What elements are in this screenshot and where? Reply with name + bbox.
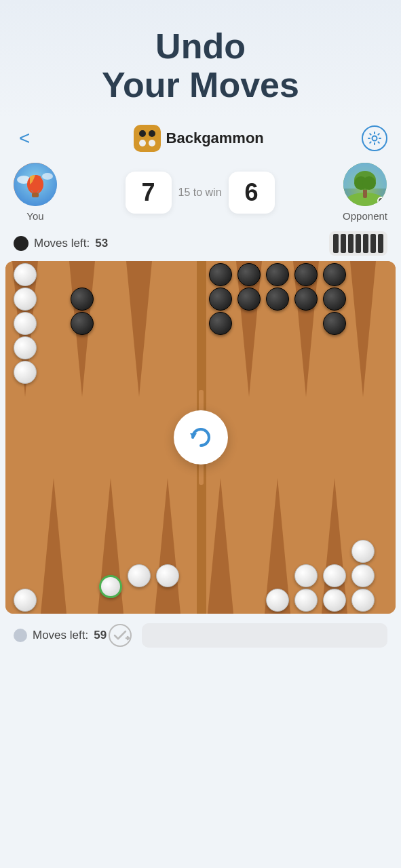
checker-white-4[interactable]: [14, 336, 37, 359]
checker-white-14[interactable]: [128, 564, 151, 587]
die-bar-2: [341, 234, 346, 253]
svg-marker-46: [190, 433, 197, 439]
checker-white-10[interactable]: [294, 564, 318, 587]
svg-point-8: [42, 173, 53, 180]
svg-point-4: [149, 140, 155, 146]
confirm-button[interactable]: [107, 622, 134, 649]
undo-button[interactable]: [174, 410, 228, 465]
grey-piece-indicator: [14, 629, 27, 642]
opponent-score: 6: [229, 172, 275, 214]
svg-point-19: [362, 176, 376, 190]
checker-black-9[interactable]: [294, 288, 318, 311]
to-win-text: 15 to win: [178, 186, 222, 199]
svg-marker-24: [126, 261, 152, 397]
checker-white-2[interactable]: [14, 288, 37, 311]
checker-black-7[interactable]: [266, 288, 289, 311]
checker-black-13[interactable]: [71, 288, 94, 311]
svg-point-3: [139, 140, 146, 146]
die-bar-3: [348, 234, 354, 253]
checker-white-9[interactable]: [351, 589, 375, 612]
die-bar-6: [370, 234, 376, 253]
svg-point-2: [149, 130, 155, 137]
svg-marker-40: [208, 478, 233, 614]
die-bar-7: [378, 234, 383, 253]
checker-white-11[interactable]: [323, 564, 346, 587]
top-moves-section: Moves left: 53: [14, 236, 108, 251]
checker-black-11[interactable]: [323, 288, 346, 311]
checker-white-13[interactable]: [351, 540, 375, 563]
header-section: Undo Your Moves: [0, 0, 401, 118]
page-title: Undo Your Moves: [14, 27, 387, 104]
black-piece-indicator: [14, 236, 28, 251]
checker-white-15[interactable]: [156, 564, 179, 587]
svg-marker-39: [350, 261, 376, 397]
nav-center: Backgammon: [134, 125, 264, 152]
top-moves-row: Moves left: 53: [0, 224, 401, 261]
checker-white-7[interactable]: [294, 589, 318, 612]
back-button[interactable]: <: [14, 125, 35, 152]
checker-white-1[interactable]: [14, 263, 37, 286]
dice-area: [329, 231, 387, 256]
bottom-row: Moves left: 59: [0, 614, 401, 657]
checker-black-14[interactable]: [71, 312, 94, 335]
checker-black-2[interactable]: [209, 288, 232, 311]
checker-black-1[interactable]: [209, 263, 232, 286]
settings-button[interactable]: [362, 125, 387, 151]
bottom-progress-bar: [142, 623, 387, 648]
svg-point-1: [139, 130, 146, 137]
opponent-label: Opponent: [343, 210, 387, 222]
die-bar-5: [363, 234, 368, 253]
your-avatar: [14, 163, 57, 206]
opponent-avatar: [343, 163, 387, 206]
bottom-moves-label: Moves left:: [33, 629, 88, 642]
checker-black-12[interactable]: [323, 312, 346, 335]
you-section: You: [14, 163, 57, 222]
undo-icon: [187, 424, 214, 451]
checker-black-8[interactable]: [294, 263, 318, 286]
checker-black-10[interactable]: [323, 263, 346, 286]
checker-black-4[interactable]: [237, 263, 261, 286]
checker-black-3[interactable]: [209, 312, 232, 335]
board-container[interactable]: [5, 261, 396, 614]
svg-rect-0: [135, 126, 159, 151]
checker-white-5[interactable]: [14, 361, 37, 384]
score-center: 7 15 to win 6: [126, 172, 275, 214]
your-score: 7: [126, 172, 172, 214]
checker-white-3[interactable]: [14, 312, 37, 335]
bottom-moves-count: 59: [94, 629, 107, 642]
opponent-status-dot: [377, 197, 385, 205]
checker-white-8[interactable]: [323, 589, 346, 612]
you-label: You: [26, 210, 43, 222]
checker-white-6[interactable]: [266, 589, 289, 612]
bottom-moves-section: Moves left: 59: [14, 629, 107, 642]
top-moves-count: 53: [95, 237, 108, 250]
svg-point-5: [372, 136, 377, 141]
app-icon: [134, 125, 161, 152]
svg-point-47: [109, 625, 131, 646]
score-row: You 7 15 to win 6: [0, 163, 401, 224]
checker-white-16[interactable]: [14, 589, 37, 612]
die-bar-4: [356, 234, 361, 253]
checker-white-12[interactable]: [351, 564, 375, 587]
die-bar-1: [333, 234, 339, 253]
checker-black-5[interactable]: [237, 288, 261, 311]
checker-selected[interactable]: [99, 575, 122, 598]
svg-marker-27: [41, 478, 66, 614]
nav-bar: < Backgammon: [0, 118, 401, 163]
svg-marker-31: [155, 478, 180, 614]
app-title: Backgammon: [166, 130, 264, 147]
svg-rect-10: [32, 193, 39, 197]
top-moves-label: Moves left:: [34, 237, 90, 250]
opponent-section: Opponent: [343, 163, 387, 222]
checker-black-6[interactable]: [266, 263, 289, 286]
game-board[interactable]: [5, 261, 396, 614]
